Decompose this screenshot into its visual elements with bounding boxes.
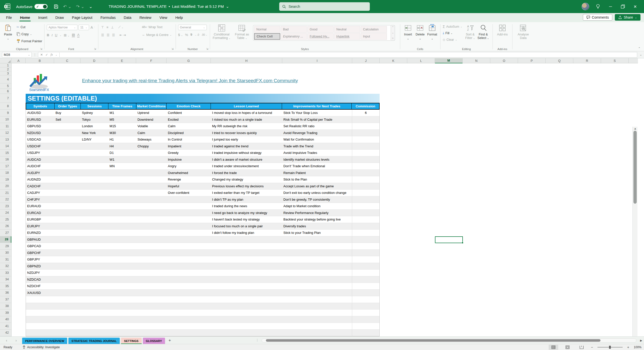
table-cell[interactable] — [54, 123, 81, 129]
table-cell[interactable]: AUDCHF — [26, 163, 54, 169]
row-header-33[interactable]: 33 — [0, 270, 11, 276]
table-cell[interactable] — [108, 196, 136, 203]
table-cell[interactable] — [81, 283, 108, 289]
table-cell[interactable]: USDJPY — [26, 150, 54, 156]
row-header-38[interactable]: 38 — [0, 303, 11, 310]
table-cell[interactable] — [81, 296, 108, 303]
table-cell[interactable]: Excited — [167, 116, 211, 123]
row-header-19[interactable]: 19 — [0, 176, 11, 183]
style-chip-good[interactable]: Good — [307, 26, 334, 33]
table-cell[interactable] — [282, 276, 352, 283]
table-row[interactable]: USDCHFH4ChoppyImpatientI traded against … — [26, 143, 379, 150]
table-cell[interactable] — [108, 323, 136, 329]
table-cell[interactable]: New York — [81, 130, 108, 136]
row-header-4[interactable]: 4 — [0, 75, 11, 83]
style-chip-followed-hy-[interactable]: Followed Hy... — [307, 33, 334, 40]
table-cell[interactable] — [136, 283, 167, 289]
table-cell[interactable] — [108, 236, 136, 243]
number-dialog-launcher[interactable]: ⇲ — [206, 48, 208, 50]
column-header-I[interactable]: I — [282, 58, 352, 63]
table-cell[interactable] — [211, 296, 282, 303]
table-cell[interactable] — [81, 290, 108, 296]
sort-filter-button[interactable]: AZ Sort &Filter ⌄ — [464, 24, 476, 40]
table-cell[interactable] — [108, 270, 136, 276]
table-cell[interactable] — [167, 330, 211, 336]
table-cell[interactable]: CADCHF — [26, 183, 54, 190]
table-cell[interactable] — [54, 316, 81, 323]
table-row[interactable]: GBPAUD — [26, 236, 379, 243]
fill-color-icon[interactable]: ▨ — [72, 33, 75, 37]
row-header-34[interactable]: 34 — [0, 276, 11, 283]
share-button[interactable]: Share ⌄ — [615, 14, 640, 21]
table-cell[interactable]: I traded impulsive without strategy — [211, 150, 282, 156]
table-cell[interactable]: AUDNZD — [26, 176, 54, 183]
table-row[interactable]: GBPCAD — [26, 243, 379, 250]
table-cell[interactable]: Calm — [167, 123, 211, 129]
table-cell[interactable] — [352, 143, 379, 150]
table-cell[interactable]: NZDCAD — [26, 276, 54, 283]
table-row[interactable] — [26, 330, 379, 336]
table-cell[interactable]: AUDJPY — [26, 170, 54, 176]
table-cell[interactable]: Stick to the Plan — [282, 176, 352, 183]
table-cell[interactable] — [108, 183, 136, 190]
wrap-text-button[interactable]: ab⤶Wrap Text — [142, 25, 163, 29]
style-chip-neutral[interactable]: Neutral — [334, 26, 360, 33]
table-cell[interactable] — [54, 290, 81, 296]
table-cell[interactable]: M5 — [108, 116, 136, 123]
alignment-dialog-launcher[interactable]: ⇲ — [172, 48, 174, 50]
table-cell[interactable]: Sideways — [136, 136, 167, 143]
table-cell[interactable] — [211, 303, 282, 310]
table-cell[interactable] — [81, 263, 108, 270]
table-cell[interactable] — [136, 216, 167, 223]
table-cell[interactable]: Adapt to Market condition — [282, 203, 352, 209]
table-cell[interactable]: Stick To Your Stop Loss — [282, 110, 352, 116]
table-cell[interactable]: MN — [108, 163, 136, 169]
table-cell[interactable] — [352, 116, 379, 123]
table-cell[interactable]: GBPCHF — [26, 250, 54, 256]
table-cell[interactable]: I focused too much on a single pair — [211, 223, 282, 230]
table-cell[interactable] — [211, 250, 282, 256]
table-cell[interactable] — [136, 250, 167, 256]
format-painter-button[interactable]: Format Painter — [17, 39, 42, 43]
format-as-table-button[interactable]: Format asTable ⌄ — [233, 24, 251, 40]
table-cell[interactable] — [167, 256, 211, 263]
row-header-5[interactable]: 5 — [0, 83, 11, 89]
table-cell[interactable] — [108, 310, 136, 316]
table-cell[interactable]: Tokyo — [81, 116, 108, 123]
table-cell[interactable] — [54, 243, 81, 249]
table-cell[interactable]: Volatile — [136, 123, 167, 129]
table-cell[interactable] — [108, 276, 136, 283]
table-cell[interactable] — [167, 196, 211, 203]
table-cell[interactable] — [81, 243, 108, 249]
table-cell[interactable] — [136, 150, 167, 156]
table-cell[interactable]: Don't' Trade when Emotional — [282, 163, 352, 169]
table-cell[interactable] — [81, 230, 108, 236]
table-cell[interactable] — [81, 303, 108, 310]
table-cell[interactable] — [54, 163, 81, 169]
find-select-button[interactable]: Find &Select ⌄ — [477, 24, 490, 40]
font-dialog-launcher[interactable]: ⇲ — [94, 48, 96, 50]
table-cell[interactable] — [352, 283, 379, 289]
table-cell[interactable]: I forced the trade — [211, 170, 282, 176]
table-cell[interactable] — [352, 250, 379, 256]
row-header-8[interactable]: 8 — [0, 103, 11, 110]
row-header-32[interactable]: 32 — [0, 263, 11, 270]
row-header-12[interactable]: 12 — [0, 130, 11, 137]
table-cell[interactable] — [136, 270, 167, 276]
formula-bar-splitter[interactable]: ⋮ — [33, 53, 36, 57]
table-cell[interactable]: Stick to your Trading Plan — [282, 230, 352, 236]
zoom-in-button[interactable]: + — [627, 345, 629, 349]
sheet-nav-right-icon[interactable]: › — [13, 338, 19, 342]
table-cell[interactable] — [54, 330, 81, 336]
table-cell[interactable] — [54, 270, 81, 276]
table-cell[interactable] — [352, 243, 379, 249]
zoom-level[interactable]: 100% — [634, 345, 641, 349]
row-header-26[interactable]: 26 — [0, 223, 11, 230]
table-row[interactable]: USDCADLD/NYH1SidewaysIn ControlI jumped … — [26, 136, 379, 143]
table-cell[interactable]: LD/NY — [81, 136, 108, 143]
table-row[interactable]: EURNZDI didn't follow my trading planSti… — [26, 230, 379, 236]
table-cell[interactable] — [136, 256, 167, 263]
autosave-control[interactable]: AutoSave ✓ — [16, 4, 48, 9]
row-header-14[interactable]: 14 — [0, 143, 11, 150]
tab-view[interactable]: View — [155, 14, 171, 21]
